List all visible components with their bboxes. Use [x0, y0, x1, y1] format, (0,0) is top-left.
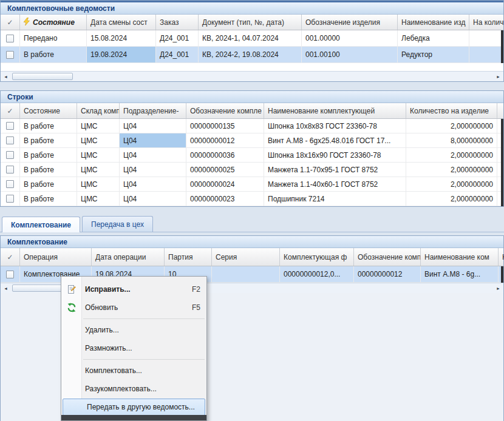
table-row[interactable]: В работеЦМСЦ0400000000012Винт А.М8 - 6gx… — [1, 133, 503, 148]
cell[interactable]: 2,000000000 — [406, 148, 497, 162]
row-checkbox[interactable] — [1, 133, 20, 147]
table-row[interactable]: В работеЦМСЦ0400000000024Манжета 1.1-40x… — [1, 177, 503, 192]
horizontal-scrollbar[interactable]: ◄ ► — [1, 71, 503, 81]
cell[interactable]: Редуктор — [398, 47, 469, 62]
cell[interactable]: Д24_001 — [156, 30, 199, 46]
cell[interactable]: 15.08.2024 — [87, 30, 156, 46]
scroll-right-arrow[interactable]: ► — [493, 72, 503, 81]
cell[interactable]: В работе — [20, 163, 77, 177]
column-header-component[interactable]: Комплектующая ф — [280, 248, 354, 266]
cell[interactable]: ЦМС — [77, 192, 120, 206]
table-row[interactable]: В работеЦМСЦ0400000000135Шпонка 10x8x83 … — [1, 119, 503, 133]
cell[interactable]: Лебедка — [398, 30, 469, 46]
select-all-header[interactable]: ✓ — [1, 15, 20, 30]
cell[interactable]: Шпонка 18x16x90 ГОСТ 23360-78 — [264, 148, 406, 162]
cell[interactable]: Шпонка 10x8x83 ГОСТ 23360-78 — [264, 119, 406, 133]
cell[interactable]: 00000000024 — [186, 177, 264, 191]
column-header-state[interactable]: Состояние — [20, 103, 77, 118]
select-all-header[interactable]: ✓ — [1, 248, 20, 266]
cell[interactable]: В работе — [20, 148, 77, 162]
tab-komplektovanie[interactable]: Комплектование — [2, 217, 80, 232]
row-checkbox[interactable] — [1, 47, 20, 62]
cell[interactable]: 2,000000000 — [406, 163, 497, 177]
row-checkbox[interactable] — [1, 192, 20, 206]
cell[interactable] — [212, 266, 280, 282]
column-header-designation[interactable]: Обозначение комп — [354, 248, 421, 266]
cell[interactable]: 2,000000000 — [406, 177, 497, 191]
menu-item-komplektovat[interactable]: Комплектовать... — [61, 362, 206, 380]
menu-item-duplicate[interactable]: Размножить... — [61, 339, 206, 357]
column-header-name[interactable]: Наименование ком — [421, 248, 499, 266]
cell[interactable]: ЦМС — [77, 177, 120, 191]
column-header-document[interactable]: Документ (тип, №, дата) — [199, 15, 302, 30]
column-header-state-date[interactable]: Дата смены сост — [87, 15, 156, 30]
cell[interactable]: В работе — [20, 47, 87, 62]
column-header-warehouse[interactable]: Склад комп — [77, 103, 120, 118]
column-header-operation[interactable]: Операция — [20, 248, 92, 266]
cell[interactable]: 00000000012 — [186, 133, 264, 147]
row-checkbox[interactable] — [1, 177, 20, 191]
column-header-product-designation[interactable]: Обозначение изделия — [302, 15, 398, 30]
column-header-order[interactable]: Заказ — [156, 15, 199, 30]
cell[interactable]: Д24_001 — [156, 47, 199, 62]
table-row[interactable]: В работеЦМСЦ0400000000023Подшипник 72142… — [1, 192, 503, 206]
column-header-component-designation[interactable]: Обозначение компле — [186, 103, 264, 118]
cell[interactable]: 00000000012 — [354, 266, 421, 282]
scroll-left-arrow[interactable]: ◄ — [1, 283, 11, 293]
column-header-batch[interactable]: Партия — [165, 248, 212, 266]
column-header-operation-date[interactable]: Дата операции — [92, 248, 165, 266]
cell[interactable]: Ц04 — [120, 192, 186, 206]
column-header-k[interactable]: К — [499, 248, 504, 266]
scroll-right-arrow[interactable]: ► — [493, 283, 503, 293]
tab-peredacha-v-tseh[interactable]: Передача в цех — [82, 216, 153, 232]
row-checkbox[interactable] — [1, 148, 20, 162]
row-checkbox[interactable] — [1, 266, 20, 282]
column-header-component-name[interactable]: Наименование комплектующей — [264, 103, 406, 118]
cell[interactable]: 00000000012,0... — [280, 266, 354, 282]
cell[interactable]: ЦМС — [77, 133, 120, 147]
cell[interactable]: 00000000135 — [186, 119, 264, 133]
cell[interactable]: 00000000025 — [186, 163, 264, 177]
menu-item-refresh[interactable]: ОбновитьF5 — [61, 298, 206, 317]
cell[interactable]: 00000000023 — [186, 192, 264, 206]
cell[interactable]: ЦМС — [77, 119, 120, 133]
table-row[interactable]: В работе19.08.2024Д24_001КВ, 2024-2, 19.… — [1, 47, 503, 63]
table-row[interactable]: В работеЦМСЦ0400000000025Манжета 1.1-70x… — [1, 163, 503, 177]
cell[interactable]: 001.00100 — [302, 47, 398, 62]
cell[interactable]: Ц04 — [120, 163, 186, 177]
cell[interactable]: 2,000000000 — [406, 119, 497, 133]
cell[interactable]: ЦМС — [77, 163, 120, 177]
cell[interactable]: Подшипник 7214 — [264, 192, 406, 206]
cell[interactable]: Ц04 — [120, 133, 186, 147]
cell[interactable]: КВ, 2024-2, 19.08.2024 — [199, 47, 302, 62]
scrollbar-thumb[interactable] — [12, 73, 73, 80]
cell[interactable]: 19.08.2024 — [87, 47, 156, 62]
cell[interactable]: В работе — [20, 192, 77, 206]
table-row[interactable]: Передано15.08.2024Д24_001КВ, 2024-1, 04.… — [1, 30, 503, 47]
cell[interactable]: Ц04 — [120, 148, 186, 162]
cell[interactable]: 00000000036 — [186, 148, 264, 162]
cell[interactable]: Ц04 — [120, 177, 186, 191]
menu-item-edit[interactable]: Исправить...F2 — [61, 280, 206, 298]
scroll-left-arrow[interactable]: ◄ — [1, 72, 11, 81]
cell[interactable]: В работе — [20, 133, 77, 147]
cell[interactable]: ЦМС — [77, 148, 120, 162]
column-header-qty-per-product[interactable]: Количество на изделие — [406, 103, 497, 118]
column-header-product-name[interactable]: Наименование изд — [398, 15, 469, 30]
cell[interactable]: Винт А.М8 - 6g... — [421, 266, 499, 282]
row-checkbox[interactable] — [1, 30, 20, 46]
cell[interactable] — [469, 30, 503, 46]
menu-item-delete[interactable]: Удалить... — [61, 321, 206, 339]
table-row[interactable]: В работеЦМСЦ0400000000036Шпонка 18x16x90… — [1, 148, 503, 163]
cell[interactable]: 001.00000 — [302, 30, 398, 46]
column-header-department[interactable]: Подразделение- — [120, 103, 186, 118]
cell[interactable]: 2,000000000 — [406, 192, 497, 206]
select-all-header[interactable]: ✓ — [1, 103, 20, 118]
cell[interactable]: В работе — [20, 119, 77, 133]
cell[interactable]: 8,000000000 — [406, 133, 497, 147]
cell[interactable]: КВ, 2024-1, 04.07.2024 — [199, 30, 302, 46]
column-header-quantity[interactable]: На колич — [469, 15, 503, 30]
menu-item-razukomplektovat[interactable]: Разукомплектовать... — [61, 380, 206, 398]
cell[interactable]: Манжета 1.1-40x60-1 ГОСТ 8752 — [264, 177, 406, 191]
cell[interactable] — [469, 47, 503, 62]
